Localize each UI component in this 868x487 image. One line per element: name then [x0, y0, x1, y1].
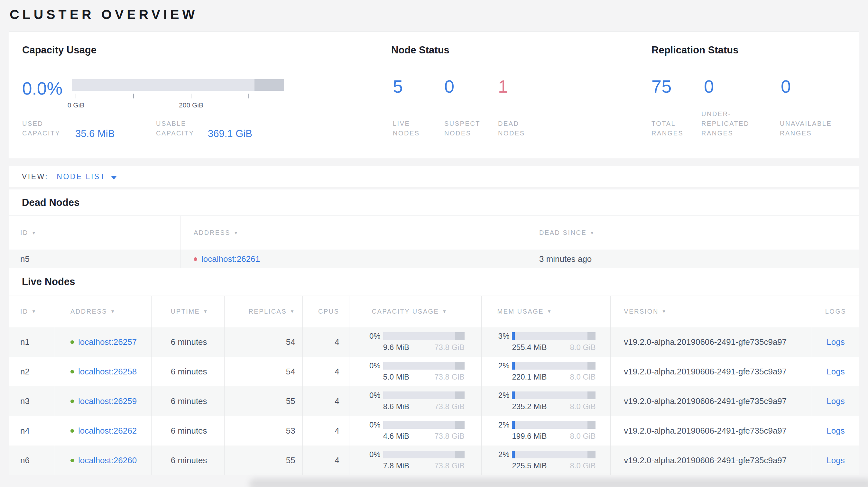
under-replicated-ranges-label: UNDER-REPLICATED RANGES: [701, 109, 759, 138]
node-uptime: 6 minutes: [151, 416, 224, 446]
node-address-link[interactable]: localhost:26260: [78, 455, 137, 465]
node-logs-cell: Logs: [812, 327, 859, 357]
node-uptime: 6 minutes: [151, 357, 224, 386]
dead-node-address-cell: localhost:26261: [180, 250, 527, 268]
node-address-cell: localhost:26260: [55, 446, 151, 475]
node-version: v19.2.0-alpha.20190606-2491-gfe735c9a97: [610, 446, 812, 475]
capacity-pct: 0%: [349, 361, 381, 370]
dead-col-address[interactable]: ADDRESS ▼: [180, 216, 527, 250]
used-capacity-label: USED CAPACITY: [22, 119, 77, 138]
dead-col-id-label: ID: [20, 229, 28, 236]
capacity-total: 73.8 GiB: [434, 372, 464, 382]
dead-status-dot-icon: [194, 257, 197, 261]
col-id-label: ID: [20, 308, 28, 315]
usable-capacity-label: USABLE CAPACITY: [156, 119, 212, 138]
node-uptime: 6 minutes: [151, 446, 224, 475]
capacity-bar: [383, 362, 465, 369]
live-node-row: n4 localhost:26262 6 minutes 53 4 0% 4.6…: [9, 416, 859, 446]
dead-node-id: n5: [9, 250, 180, 268]
node-cpus: 4: [302, 416, 349, 446]
col-cpus-label: CPUS: [318, 308, 339, 315]
col-cpus[interactable]: CPUS: [302, 296, 349, 327]
node-address-link[interactable]: localhost:26257: [78, 337, 137, 347]
live-nodes-table-header: ID ▼ ADDRESS ▼ UPTIME ▼ REPLICAS ▼ CPUS …: [9, 296, 859, 327]
node-address-link[interactable]: localhost:26258: [78, 367, 137, 377]
node-address-cell: localhost:26262: [55, 416, 151, 446]
mem-pct: 2%: [482, 391, 509, 400]
logs-link[interactable]: Logs: [827, 337, 844, 347]
unavailable-ranges-label: UNAVAILABLE RANGES: [780, 119, 847, 138]
node-address-link[interactable]: localhost:26259: [78, 396, 137, 406]
view-label: VIEW:: [22, 172, 48, 181]
dead-node-address-link[interactable]: localhost:26261: [202, 254, 260, 264]
suspect-nodes-count: 0: [444, 76, 454, 97]
node-capacity-gauge: 0% 9.6 MiB73.8 GiB: [349, 327, 482, 357]
logs-link[interactable]: Logs: [827, 367, 844, 377]
node-address-cell: localhost:26258: [55, 357, 151, 386]
live-status-dot-icon: [70, 429, 74, 433]
axis-tick: [75, 94, 76, 98]
capacity-pct: 0%: [349, 391, 381, 400]
mem-bar: [512, 362, 595, 369]
capacity-usage-bar: [72, 79, 284, 91]
dead-col-id[interactable]: ID ▼: [9, 216, 180, 250]
col-capacity-usage[interactable]: CAPACITY USAGE ▼: [349, 296, 482, 327]
mem-bar: [512, 391, 595, 399]
sort-desc-icon: ▼: [442, 309, 447, 314]
logs-link[interactable]: Logs: [827, 396, 844, 406]
live-nodes-heading: Live Nodes: [9, 268, 859, 296]
view-dropdown[interactable]: NODE LIST: [57, 172, 106, 181]
node-version: v19.2.0-alpha.20190606-2491-gfe735c9a97: [610, 386, 812, 416]
col-uptime[interactable]: UPTIME ▼: [151, 296, 224, 327]
capacity-pct: 0%: [349, 450, 381, 459]
total-ranges-label: TOTAL RANGES: [651, 119, 690, 138]
col-mem-usage[interactable]: MEM USAGE ▼: [481, 296, 610, 327]
mem-total: 8.0 GiB: [570, 372, 595, 382]
total-ranges-count: 75: [651, 76, 672, 97]
node-id: n6: [9, 446, 55, 475]
mem-pct: 3%: [482, 332, 509, 340]
col-id[interactable]: ID ▼: [9, 296, 55, 327]
node-id: n2: [9, 357, 55, 386]
used-capacity-value: 35.6 MiB: [75, 128, 115, 140]
live-status-dot-icon: [70, 340, 74, 344]
node-capacity-gauge: 0% 8.6 MiB73.8 GiB: [349, 386, 482, 416]
node-capacity-gauge: 0% 4.6 MiB73.8 GiB: [349, 416, 482, 446]
node-capacity-gauge: 0% 7.8 MiB73.8 GiB: [349, 446, 482, 475]
node-mem-gauge: 2% 225.5 MiB8.0 GiB: [481, 446, 610, 475]
dead-nodes-table-header: ID ▼ ADDRESS ▼ DEAD SINCE ▼: [9, 216, 859, 250]
mem-used: 255.4 MiB: [512, 343, 547, 352]
node-logs-cell: Logs: [812, 357, 859, 386]
col-version[interactable]: VERSION ▼: [610, 296, 812, 327]
live-node-row: n2 localhost:26258 6 minutes 54 4 0% 5.0…: [9, 357, 859, 386]
node-id: n3: [9, 386, 55, 416]
logs-link[interactable]: Logs: [827, 426, 844, 436]
col-replicas[interactable]: REPLICAS ▼: [224, 296, 302, 327]
mem-bar: [512, 421, 595, 429]
node-uptime: 6 minutes: [151, 327, 224, 357]
dead-node-dead-since: 3 minutes ago: [527, 250, 859, 268]
mem-pct: 2%: [482, 361, 509, 370]
mem-pct: 2%: [482, 420, 509, 429]
capacity-used: 8.6 MiB: [383, 402, 409, 411]
chevron-down-icon[interactable]: [111, 176, 117, 180]
node-status-heading: Node Status: [391, 44, 450, 56]
node-mem-gauge: 2% 220.1 MiB8.0 GiB: [481, 357, 610, 386]
node-mem-gauge: 2% 199.6 MiB8.0 GiB: [481, 416, 610, 446]
axis-label-200: 200 GiB: [179, 101, 203, 109]
node-capacity-gauge: 0% 5.0 MiB73.8 GiB: [349, 357, 482, 386]
dead-col-dead-since[interactable]: DEAD SINCE ▼: [527, 216, 859, 250]
capacity-total: 73.8 GiB: [434, 432, 464, 441]
node-address-link[interactable]: localhost:26262: [78, 426, 137, 436]
col-address[interactable]: ADDRESS ▼: [55, 296, 151, 327]
capacity-used: 7.8 MiB: [383, 461, 409, 470]
node-address-cell: localhost:26259: [55, 386, 151, 416]
node-cpus: 4: [302, 327, 349, 357]
dead-node-row: n5 localhost:26261 3 minutes ago: [9, 250, 859, 268]
sort-desc-icon: ▼: [32, 309, 37, 314]
node-version: v19.2.0-alpha.20190606-2491-gfe735c9a97: [610, 327, 812, 357]
node-logs-cell: Logs: [812, 416, 859, 446]
logs-link[interactable]: Logs: [827, 455, 844, 465]
mem-total: 8.0 GiB: [570, 432, 595, 441]
capacity-bar: [383, 451, 465, 458]
